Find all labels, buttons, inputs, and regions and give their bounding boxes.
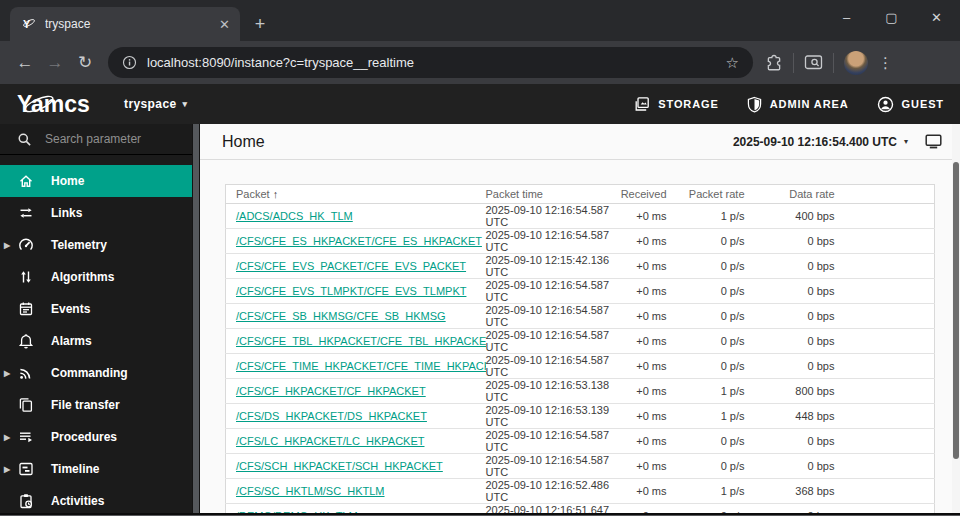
toolbar-divider	[833, 53, 834, 73]
packet-link[interactable]: /CFS/CFE_ES_HKPACKET/CFE_ES_HKPACKET	[236, 235, 482, 247]
sidebar-item-timeline[interactable]: ▶ Timeline	[0, 453, 192, 485]
cell-packet_rate: 1 p/s	[669, 379, 747, 404]
sidebar-item-alarms[interactable]: Alarms	[0, 325, 192, 357]
cell-data_rate: 0 bps	[747, 254, 837, 279]
window-maximize-button[interactable]: ▢	[869, 1, 914, 33]
browser-window: Y tryspace ✕ + – ▢ ✕ ← → ↻ localhost:809…	[0, 0, 960, 516]
admin-area-button[interactable]: ADMIN AREA	[747, 96, 849, 113]
packet-link[interactable]: /CFS/CFE_TBL_HKPACKET/CFE_TBL_HKPACKET	[236, 335, 486, 347]
chevron-right-icon[interactable]: ▶	[4, 433, 10, 442]
cell-filler	[837, 304, 935, 329]
mission-time[interactable]: 2025-09-10 12:16:54.400 UTC	[733, 135, 897, 149]
packet-link[interactable]: /CFS/CFE_EVS_TLMPKT/CFE_EVS_TLMPKT	[236, 285, 466, 297]
window-close-button[interactable]: ✕	[914, 1, 959, 33]
chevron-right-icon[interactable]: ▶	[4, 465, 10, 474]
packet-link[interactable]: /CFS/CFE_TIME_HKPACKET/CFE_TIME_HKPACKET	[236, 360, 486, 372]
packets-table: Packet↑ Packet time Received Packet rate…	[225, 184, 935, 513]
sidebar-item-procedures[interactable]: ▶ Procedures	[0, 421, 192, 453]
packet-link[interactable]: /CFS/LC_HKPACKET/LC_HKPACKET	[236, 435, 424, 447]
packet-link[interactable]: /CFS/DS_HKPACKET/DS_HKPACKET	[236, 410, 427, 422]
toolbar-divider	[793, 53, 794, 73]
display-layout-icon[interactable]	[925, 134, 942, 149]
cell-filler	[837, 329, 935, 354]
table-row: /CFS/LC_HKPACKET/LC_HKPACKET2025-09-10 1…	[226, 429, 935, 454]
cell-packet_rate: 0 p/s	[669, 254, 747, 279]
cell-received: +0 ms	[621, 279, 669, 304]
sidebar-item-label: Procedures	[51, 430, 117, 444]
packet-link[interactable]: /CFS/SC_HKTLM/SC_HKTLM	[236, 485, 385, 497]
sidebar-item-telemetry[interactable]: ▶ Telemetry	[0, 229, 192, 261]
window-minimize-button[interactable]: –	[824, 1, 869, 33]
table-row: /CFS/CFE_SB_HKMSG/CFE_SB_HKMSG2025-09-10…	[226, 304, 935, 329]
search-panel-icon[interactable]	[804, 54, 823, 71]
packet-link[interactable]: /CFS/CFE_EVS_PACKET/CFE_EVS_PACKET	[236, 260, 466, 272]
cell-filler	[837, 379, 935, 404]
chevron-down-icon[interactable]: ▾	[904, 137, 908, 146]
sidebar-item-label: Timeline	[51, 462, 99, 476]
cell-packet_rate: 0 p/s	[669, 229, 747, 254]
tab-close-icon[interactable]: ✕	[219, 17, 230, 32]
cell-filler	[837, 229, 935, 254]
cell-data_rate: 0 bps	[747, 229, 837, 254]
bookmark-star-icon[interactable]: ☆	[726, 54, 739, 72]
packet-link[interactable]: /DEMO/DEMO_HK_TLM	[236, 510, 358, 513]
file-transfer-icon	[18, 397, 34, 413]
cell-received: +0 ms	[621, 429, 669, 454]
packet-link[interactable]: /ADCS/ADCS_HK_TLM	[236, 210, 353, 222]
sidebar-item-events[interactable]: Events	[0, 293, 192, 325]
extensions-icon[interactable]	[765, 54, 783, 72]
procedures-icon	[18, 429, 34, 445]
cell-received: +0 ms	[621, 454, 669, 479]
main-scrollbar-thumb[interactable]	[953, 162, 959, 459]
column-header-filler	[837, 185, 935, 204]
packet-link[interactable]: /CFS/CF_HKPACKET/CF_HKPACKET	[236, 385, 426, 397]
cell-packet_rate: 1 p/s	[669, 204, 747, 229]
cell-time: 2025-09-10 12:16:54.587 UTC	[486, 279, 621, 304]
url-text[interactable]: localhost:8090/instance?c=tryspace__real…	[147, 55, 716, 70]
column-header-packet[interactable]: Packet↑	[226, 185, 486, 204]
cell-time: 2025-09-10 12:16:54.587 UTC	[486, 304, 621, 329]
sidebar-item-commanding[interactable]: ▶ Commanding	[0, 357, 192, 389]
user-menu-button[interactable]: GUEST	[877, 96, 944, 113]
url-bar[interactable]: localhost:8090/instance?c=tryspace__real…	[108, 47, 753, 78]
packet-link[interactable]: /CFS/SCH_HKPACKET/SCH_HKPACKET	[236, 460, 443, 472]
alarms-icon	[18, 333, 34, 349]
instance-selector[interactable]: tryspace ▾	[124, 97, 188, 111]
sidebar-item-activities[interactable]: Activities	[0, 485, 192, 516]
browser-tab[interactable]: Y tryspace ✕	[10, 7, 240, 41]
cell-packet_rate: 0 p/s	[669, 429, 747, 454]
back-icon[interactable]: ←	[10, 48, 40, 78]
site-info-icon[interactable]	[122, 55, 137, 70]
algorithms-icon	[18, 269, 34, 285]
cell-packet_rate: 1 p/s	[669, 479, 747, 504]
packet-link[interactable]: /CFS/CFE_SB_HKMSG/CFE_SB_HKMSG	[236, 310, 446, 322]
storage-icon	[633, 96, 650, 113]
column-header-packet-time[interactable]: Packet time	[486, 185, 621, 204]
sidebar-item-algorithms[interactable]: Algorithms	[0, 261, 192, 293]
column-header-data-rate[interactable]: Data rate	[747, 185, 837, 204]
table-row: /CFS/DS_HKPACKET/DS_HKPACKET2025-09-10 1…	[226, 404, 935, 429]
sidebar-item-file-transfer[interactable]: File transfer	[0, 389, 192, 421]
cell-data_rate: 0 bps	[747, 504, 837, 514]
sidebar-item-links[interactable]: Links	[0, 197, 192, 229]
sidebar-item-label: Telemetry	[51, 238, 107, 252]
parameter-search-input[interactable]: Search parameter	[0, 124, 192, 155]
browser-menu-icon[interactable]: ⋮	[878, 54, 893, 72]
cell-received: +0 ms	[621, 379, 669, 404]
profile-avatar[interactable]	[844, 51, 868, 75]
cell-received: +0 ms	[621, 329, 669, 354]
yamcs-logo[interactable]: Yamcs	[16, 89, 98, 119]
column-header-received[interactable]: Received	[621, 185, 669, 204]
table-row: /CFS/CFE_TBL_HKPACKET/CFE_TBL_HKPACKET20…	[226, 329, 935, 354]
table-row: /CFS/CFE_EVS_TLMPKT/CFE_EVS_TLMPKT2025-0…	[226, 279, 935, 304]
browser-tab-strip: Y tryspace ✕ + – ▢ ✕	[0, 0, 960, 41]
new-tab-button[interactable]: +	[246, 10, 274, 38]
sidebar-scrollbar-thumb[interactable]	[193, 124, 199, 513]
storage-button[interactable]: STORAGE	[633, 96, 719, 113]
chevron-right-icon[interactable]: ▶	[4, 241, 10, 250]
sidebar-item-home[interactable]: Home	[0, 165, 192, 197]
reload-icon[interactable]: ↻	[70, 48, 100, 78]
cell-filler	[837, 479, 935, 504]
chevron-right-icon[interactable]: ▶	[4, 369, 10, 378]
column-header-packet-rate[interactable]: Packet rate	[669, 185, 747, 204]
